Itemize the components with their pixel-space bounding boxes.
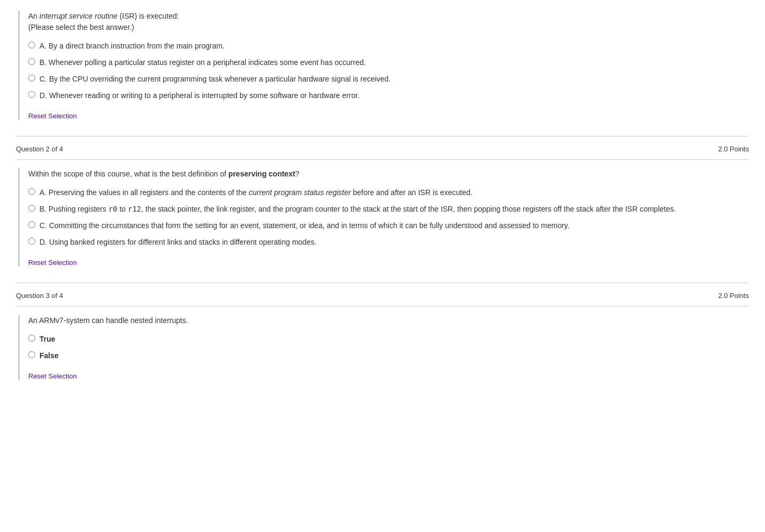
- question-1-block: An interrupt service routine (ISR) is ex…: [16, 11, 749, 120]
- question-2-header-area: Question 2 of 4 2.0 Points: [16, 136, 749, 160]
- question-3-divider-bottom: [16, 306, 749, 307]
- answer-q2c: C. Committing the circumstances that for…: [28, 220, 749, 231]
- question-3-number: Question 3 of 4: [16, 292, 63, 300]
- answer-q1c: C. By the CPU overriding the current pro…: [28, 74, 749, 85]
- question-2-header: Question 2 of 4 2.0 Points: [16, 145, 749, 155]
- reset-q3[interactable]: Reset Selection: [28, 372, 77, 380]
- question-3-divider: [16, 283, 749, 283]
- question-2-text: Within the scope of this course, what is…: [28, 168, 749, 180]
- question-3-content: An ARMv7-system can handle nested interr…: [18, 315, 749, 380]
- label-q1b[interactable]: B. Whenever polling a particular status …: [39, 57, 366, 68]
- label-q1c[interactable]: C. By the CPU overriding the current pro…: [39, 74, 391, 85]
- answer-q1d: D. Whenever reading or writing to a peri…: [28, 90, 749, 101]
- question-2-bold: preserving context: [228, 170, 295, 178]
- question-3-block: An ARMv7-system can handle nested interr…: [16, 315, 749, 380]
- label-q2b[interactable]: B. Pushing registers r0 to r12, the stac…: [39, 204, 676, 215]
- label-q2d[interactable]: D. Using banked registers for different …: [39, 237, 316, 248]
- radio-q1c[interactable]: [28, 75, 35, 82]
- question-3-header: Question 3 of 4 2.0 Points: [16, 292, 749, 302]
- answer-q1b: B. Whenever polling a particular status …: [28, 57, 749, 68]
- radio-q3a[interactable]: [28, 335, 35, 342]
- answer-q3b: False: [28, 350, 749, 361]
- q2a-italic: current program status register: [249, 188, 350, 197]
- radio-q2b[interactable]: [28, 205, 35, 212]
- question-2-content: Within the scope of this course, what is…: [18, 168, 749, 267]
- radio-q2d[interactable]: [28, 238, 35, 245]
- label-q2c[interactable]: C. Committing the circumstances that for…: [39, 220, 569, 231]
- radio-q2a[interactable]: [28, 188, 35, 195]
- answer-q3a: True: [28, 334, 749, 345]
- answer-q1a: A. By a direct branch instruction from t…: [28, 41, 749, 52]
- label-q3a[interactable]: True: [39, 334, 55, 345]
- q3b-bold: False: [39, 351, 59, 360]
- label-q1a[interactable]: A. By a direct branch instruction from t…: [39, 41, 225, 52]
- reset-q2[interactable]: Reset Selection: [28, 259, 77, 267]
- question-3-text: An ARMv7-system can handle nested interr…: [28, 315, 749, 326]
- radio-q1b[interactable]: [28, 58, 35, 65]
- q2b-code1: r0: [108, 205, 117, 213]
- question-1-italic: interrupt service routine: [39, 12, 117, 20]
- radio-q3b[interactable]: [28, 351, 35, 358]
- question-2-block: Within the scope of this course, what is…: [16, 168, 749, 267]
- label-q2a[interactable]: A. Preserving the values in all register…: [39, 187, 473, 198]
- reset-q1[interactable]: Reset Selection: [28, 112, 77, 120]
- answer-q2d: D. Using banked registers for different …: [28, 237, 749, 248]
- question-2-points: 2.0 Points: [718, 145, 749, 153]
- question-1-sub: (Please select the best answer.): [28, 23, 134, 31]
- question-1-content: An interrupt service routine (ISR) is ex…: [18, 11, 749, 120]
- q3a-bold: True: [39, 335, 55, 343]
- question-2-divider: [16, 136, 749, 136]
- question-3-header-area: Question 3 of 4 2.0 Points: [16, 283, 749, 307]
- question-2-divider-bottom: [16, 159, 749, 160]
- label-q3b[interactable]: False: [39, 350, 59, 361]
- radio-q1d[interactable]: [28, 91, 35, 98]
- question-1-text: An interrupt service routine (ISR) is ex…: [28, 11, 749, 33]
- answer-q2a: A. Preserving the values in all register…: [28, 187, 749, 198]
- question-3-points: 2.0 Points: [718, 292, 749, 300]
- question-2-number: Question 2 of 4: [16, 145, 63, 153]
- answer-q2b: B. Pushing registers r0 to r12, the stac…: [28, 204, 749, 215]
- label-q1d[interactable]: D. Whenever reading or writing to a peri…: [39, 90, 360, 101]
- q2b-code2: r12: [128, 205, 141, 213]
- radio-q1a[interactable]: [28, 42, 35, 49]
- radio-q2c[interactable]: [28, 221, 35, 228]
